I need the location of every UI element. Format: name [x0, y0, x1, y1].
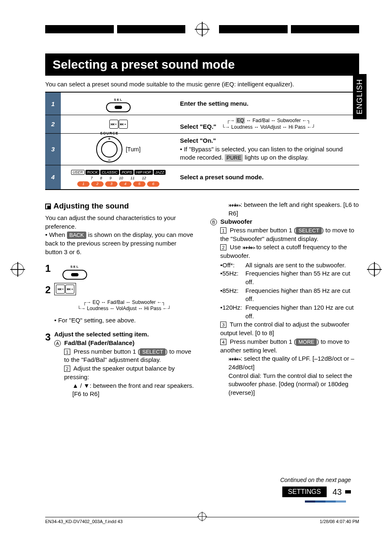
body-text: ▲ / ▼: between the front and rear speake… [72, 382, 194, 398]
subsection-heading: Adjusting the sound [45, 201, 194, 211]
select-badge-icon: SELECT [140, 348, 166, 356]
step-number: 1 [45, 262, 54, 280]
body-text: 1 Press number button 1 (SELECT) to move… [220, 226, 359, 243]
step-title: Adjust the selected setting item. [54, 330, 194, 339]
sel-button-icon [106, 102, 131, 112]
steps-table: 1 SEL Enter the setting menu. 2 ⏮▾ ⏭▴ [45, 92, 359, 190]
subsection-a: A Fad/Bal (Fader/Balance) [54, 339, 194, 348]
language-tab: ENGLISH [353, 74, 367, 119]
body-text: You can adjust the sound characteristics… [45, 214, 194, 231]
registration-mark-icon [198, 512, 206, 521]
preset-upper-nums: 7 8 9 10 11 12 [90, 176, 146, 180]
crop-box [117, 25, 186, 33]
step-image: ⏮▾ ⏭▴ [61, 115, 176, 134]
body-text: Control dial: Turn the control dial to s… [228, 372, 359, 397]
crop-box [291, 25, 360, 33]
intro-text: You can select a preset sound mode suita… [45, 81, 359, 88]
step-number: 3 [45, 330, 54, 398]
menu-flow-diagram: ┌→ EQ ↔ Fad/Bal ↔ Subwoofer ←┐ └→ Loudne… [54, 299, 194, 312]
step-desc: Select a preset sound mode. [176, 165, 359, 190]
body-text: 2 Adjust the speaker output balance by p… [64, 364, 194, 381]
boxed-1-icon: 1 [64, 349, 70, 355]
cutoff-freq-table: • Off*:All signals are sent to the subwo… [220, 261, 359, 321]
continued-text: Continued on the next page [280, 477, 351, 483]
left-column: Adjusting the sound You can adjust the s… [45, 201, 194, 402]
registration-mark-icon [196, 23, 208, 35]
body-text: ⏮▾/⏭▴: select the quality of LPF. [–12dB… [228, 354, 359, 371]
more-badge-icon: MORE [296, 338, 317, 346]
pure-indicator-icon: PURE [225, 154, 243, 162]
body-text: 2 Use ⏮▾/⏭▴ to select a cutoff frequency… [220, 243, 359, 260]
crop-box [219, 25, 288, 33]
step-image: SEL [54, 262, 194, 280]
body-text: 3 Turn the control dial to adjust the su… [220, 320, 359, 337]
step-number: 3 [45, 133, 61, 165]
footer-file: EN34-43_KD-DV7402_003A_f.indd 43 [45, 519, 122, 524]
circled-b-icon: B [210, 219, 217, 225]
body-text: ⏮▾/⏭▴: between the left and right speake… [228, 201, 359, 218]
left-right-buttons-icon: ⏮▾/⏭▴ [228, 356, 240, 362]
boxed-2-icon: 2 [64, 366, 70, 372]
step-image: USER ROCK CLASSIC POPS HIP HOP JAZZ 7 8 … [61, 165, 176, 190]
page-title: Selecting a preset sound mode [45, 53, 359, 76]
crop-box [45, 25, 114, 33]
step-desc: Select "On." • If "Bypass" is selected, … [176, 133, 359, 165]
section-badge: SETTINGS [282, 486, 327, 497]
number-buttons: 1 2 3 4 5 6 [77, 181, 159, 187]
turn-label: [Turn] [126, 146, 141, 153]
body-text: 1 Press number button 1 (SELECT) to move… [64, 348, 194, 364]
color-bar-icon [305, 500, 346, 503]
step-desc: Select "EQ." ┌→ EQ ↔ Fad/Bal ↔ Subwoofer… [176, 115, 359, 134]
select-badge-icon: SELECT [296, 227, 322, 234]
step-desc: Enter the setting menu. [176, 92, 359, 115]
boxed-2-icon: 2 [220, 244, 226, 250]
imposition-footer: EN34-43_KD-DV7402_003A_f.indd 43 1/28/08… [45, 517, 359, 524]
preset-tags: USER ROCK CLASSIC POPS HIP HOP JAZZ [71, 170, 166, 175]
left-right-buttons-icon: ⏮▾/⏭▴ [228, 202, 240, 208]
subsection-b: B Subwoofer [210, 218, 359, 226]
registration-mark-icon [12, 263, 24, 276]
circled-a-icon: A [54, 340, 61, 347]
step-image: SEL [61, 92, 176, 115]
next-button-icon: ⏭▴ [119, 120, 128, 129]
boxed-4-icon: 4 [220, 339, 226, 345]
page-number: 43 [332, 487, 341, 496]
square-bullet-icon [45, 204, 51, 209]
crop-marks [0, 23, 392, 35]
page-footer: Continued on the next page SETTINGS 43 [280, 477, 351, 503]
arrow-buttons-icon: ⏮▾ ⏭▴ [54, 283, 76, 295]
body-text: 4 Press number button 1 (MORE) to move t… [220, 338, 359, 354]
control-dial-icon: SOURCE + − [96, 136, 122, 162]
step-number: 2 [45, 283, 54, 325]
prev-button-icon: ⏮▾ [109, 120, 118, 129]
step-number: 4 [45, 165, 61, 190]
right-column: ⏮▾/⏭▴: between the left and right speake… [210, 201, 359, 402]
footer-timestamp: 1/28/08 4:07:40 PM [320, 519, 359, 524]
body-text: • For "EQ" setting, see above. [54, 316, 194, 325]
menu-flow-diagram: ┌→ EQ ↔ Fad/Bal ↔ Subwoofer ←┐ └→ Loudne… [221, 118, 315, 130]
back-badge-icon: BACK [67, 232, 86, 239]
left-right-buttons-icon: ⏮▾/⏭▴ [242, 245, 254, 250]
step-image: SOURCE + − [Turn] [61, 133, 176, 165]
boxed-3-icon: 3 [220, 322, 226, 328]
sel-button-icon [62, 270, 87, 280]
boxed-1-icon: 1 [220, 227, 226, 234]
registration-mark-icon [368, 263, 380, 276]
bar-icon [345, 490, 351, 493]
step-number: 1 [45, 92, 61, 115]
body-text: • When BACK is shown on the display, you… [45, 231, 194, 256]
step-number: 2 [45, 115, 61, 134]
sel-label: SEL [106, 98, 131, 102]
